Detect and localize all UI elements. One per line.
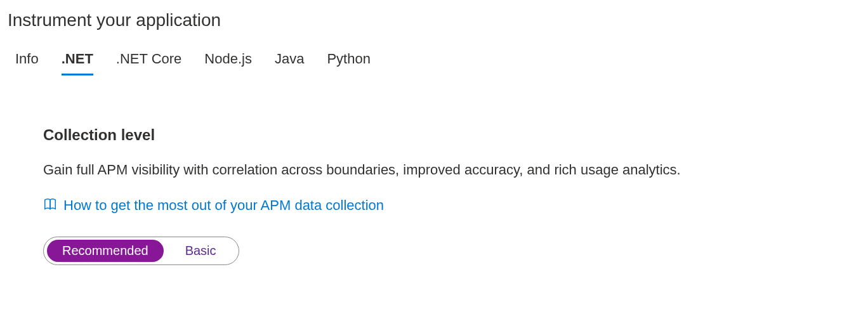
tab-nodejs[interactable]: Node.js xyxy=(204,51,252,75)
tab-dotnet-core[interactable]: .NET Core xyxy=(116,51,182,75)
tab-content: Collection level Gain full APM visibilit… xyxy=(10,126,858,265)
section-heading: Collection level xyxy=(43,126,858,144)
help-link-row: How to get the most out of your APM data… xyxy=(43,197,858,214)
toggle-basic[interactable]: Basic xyxy=(170,240,235,262)
tab-dotnet[interactable]: .NET xyxy=(62,51,93,75)
help-link[interactable]: How to get the most out of your APM data… xyxy=(63,197,384,214)
collection-level-toggle: Recommended Basic xyxy=(43,237,239,265)
tab-python[interactable]: Python xyxy=(327,51,371,75)
tabs-container: Info .NET .NET Core Node.js Java Python xyxy=(10,51,858,75)
tab-java[interactable]: Java xyxy=(275,51,304,75)
section-description: Gain full APM visibility with correlatio… xyxy=(43,162,858,178)
tab-info[interactable]: Info xyxy=(15,51,39,75)
toggle-recommended[interactable]: Recommended xyxy=(47,240,164,262)
book-icon xyxy=(43,197,57,214)
page-title: Instrument your application xyxy=(8,10,858,30)
